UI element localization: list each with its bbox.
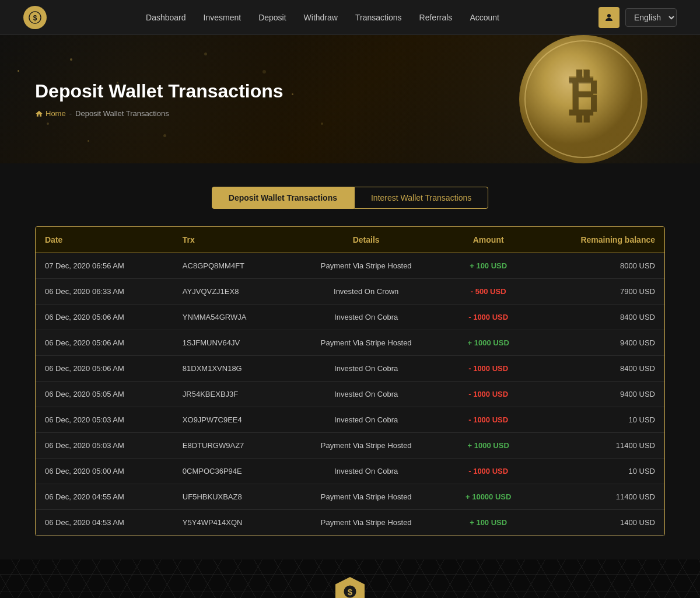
cell-date: 06 Dec, 2020 05:06 AM bbox=[36, 330, 173, 356]
col-amount: Amount bbox=[443, 227, 534, 253]
cell-trx: 81DXM1XVN18G bbox=[173, 356, 289, 382]
col-details: Details bbox=[289, 227, 443, 253]
cell-details: Invested On Cobra bbox=[289, 305, 443, 330]
col-date: Date bbox=[36, 227, 173, 253]
svg-text:$: $ bbox=[348, 587, 353, 597]
tab-deposit-wallet[interactable]: Deposit Wallet Transactions bbox=[212, 187, 354, 209]
cell-amount: - 1000 USD bbox=[443, 407, 534, 433]
cell-amount: - 1000 USD bbox=[443, 305, 534, 330]
cell-details: Invested On Cobra bbox=[289, 407, 443, 433]
cell-balance: 8000 USD bbox=[534, 253, 664, 279]
cell-amount: + 1000 USD bbox=[443, 433, 534, 459]
table-row: 06 Dec, 2020 05:06 AM YNMMA54GRWJA Inves… bbox=[36, 305, 664, 330]
cell-trx: AYJVQVZJ1EX8 bbox=[173, 279, 289, 305]
cell-balance: 10 USD bbox=[534, 459, 664, 484]
cell-balance: 1400 USD bbox=[534, 510, 664, 536]
table-row: 06 Dec, 2020 05:03 AM XO9JPW7C9EE4 Inves… bbox=[36, 407, 664, 433]
brand-icon[interactable]: $ bbox=[23, 6, 47, 29]
cell-details: Invested On Cobra bbox=[289, 382, 443, 407]
navbar: $ Dashboard Invesment Deposit Withdraw T… bbox=[0, 0, 700, 35]
cell-trx: 1SJFMUNV64JV bbox=[173, 330, 289, 356]
cell-amount: + 10000 USD bbox=[443, 484, 534, 510]
footer-background: $ Privacy & Policy | Terms & Condition bbox=[0, 559, 700, 598]
nav-links: Dashboard Invesment Deposit Withdraw Tra… bbox=[146, 13, 499, 22]
cell-amount: - 1000 USD bbox=[443, 356, 534, 382]
cell-date: 06 Dec, 2020 05:00 AM bbox=[36, 459, 173, 484]
table-row: 06 Dec, 2020 05:06 AM 81DXM1XVN18G Inves… bbox=[36, 356, 664, 382]
brand: $ bbox=[23, 6, 47, 29]
nav-right: English bbox=[598, 7, 677, 28]
language-selector[interactable]: English bbox=[625, 8, 677, 27]
nav-transactions[interactable]: Transactions bbox=[355, 13, 402, 22]
table-row: 06 Dec, 2020 05:06 AM 1SJFMUNV64JV Payme… bbox=[36, 330, 664, 356]
table-header-row: Date Trx Details Amount Remaining balanc… bbox=[36, 227, 664, 253]
tab-interest-wallet[interactable]: Interest Wallet Transactions bbox=[354, 187, 488, 209]
cell-amount: - 500 USD bbox=[443, 279, 534, 305]
transactions-table-container: Date Trx Details Amount Remaining balanc… bbox=[35, 226, 665, 536]
cell-date: 06 Dec, 2020 05:03 AM bbox=[36, 407, 173, 433]
cell-balance: 11400 USD bbox=[534, 433, 664, 459]
cell-date: 06 Dec, 2020 05:05 AM bbox=[36, 382, 173, 407]
user-button[interactable] bbox=[598, 7, 620, 28]
cell-amount: + 100 USD bbox=[443, 510, 534, 536]
breadcrumb: Home - Deposit Wallet Transactions bbox=[35, 109, 284, 118]
main-content: Deposit Wallet Transactions Interest Wal… bbox=[0, 163, 700, 559]
cell-date: 06 Dec, 2020 05:03 AM bbox=[36, 433, 173, 459]
nav-investment[interactable]: Invesment bbox=[204, 13, 242, 22]
svg-text:$: $ bbox=[33, 13, 37, 22]
table-row: 06 Dec, 2020 05:05 AM JR54KBEXBJ3F Inves… bbox=[36, 382, 664, 407]
table-row: 06 Dec, 2020 04:53 AM Y5Y4WP414XQN Payme… bbox=[36, 510, 664, 536]
cell-amount: + 100 USD bbox=[443, 253, 534, 279]
cell-trx: Y5Y4WP414XQN bbox=[173, 510, 289, 536]
nav-dashboard[interactable]: Dashboard bbox=[146, 13, 186, 22]
page-title: Deposit Wallet Transactions bbox=[35, 81, 284, 102]
cell-balance: 8400 USD bbox=[534, 305, 664, 330]
cell-date: 06 Dec, 2020 05:06 AM bbox=[36, 305, 173, 330]
cell-amount: - 1000 USD bbox=[443, 459, 534, 484]
nav-deposit[interactable]: Deposit bbox=[258, 13, 286, 22]
cell-trx: XO9JPW7C9EE4 bbox=[173, 407, 289, 433]
bitcoin-illustration: ₿ ₿ bbox=[513, 35, 653, 163]
svg-point-2 bbox=[607, 14, 611, 18]
nav-referrals[interactable]: Referrals bbox=[419, 13, 453, 22]
cell-balance: 7900 USD bbox=[534, 279, 664, 305]
hero-section: Deposit Wallet Transactions Home - Depos… bbox=[0, 35, 700, 163]
breadcrumb-current: Deposit Wallet Transactions bbox=[75, 109, 169, 118]
cell-trx: E8DTURGW9AZ7 bbox=[173, 433, 289, 459]
cell-details: Payment Via Stripe Hosted bbox=[289, 253, 443, 279]
table-row: 06 Dec, 2020 05:00 AM 0CMPOC36P94E Inves… bbox=[36, 459, 664, 484]
cell-details: Payment Via Stripe Hosted bbox=[289, 484, 443, 510]
transactions-table: Date Trx Details Amount Remaining balanc… bbox=[36, 227, 664, 536]
cell-date: 06 Dec, 2020 06:33 AM bbox=[36, 279, 173, 305]
nav-account[interactable]: Account bbox=[470, 13, 499, 22]
cell-details: Invested On Crown bbox=[289, 279, 443, 305]
breadcrumb-home-link[interactable]: Home bbox=[35, 109, 66, 118]
cell-date: 06 Dec, 2020 04:53 AM bbox=[36, 510, 173, 536]
cell-details: Payment Via Stripe Hosted bbox=[289, 510, 443, 536]
cell-balance: 9400 USD bbox=[534, 330, 664, 356]
cell-trx: UF5HBKUXBAZ8 bbox=[173, 484, 289, 510]
cell-amount: - 1000 USD bbox=[443, 382, 534, 407]
cell-amount: + 1000 USD bbox=[443, 330, 534, 356]
cell-date: 07 Dec, 2020 06:56 AM bbox=[36, 253, 173, 279]
table-row: 06 Dec, 2020 04:55 AM UF5HBKUXBAZ8 Payme… bbox=[36, 484, 664, 510]
cell-trx: 0CMPOC36P94E bbox=[173, 459, 289, 484]
svg-text:₿: ₿ bbox=[569, 64, 598, 128]
hero-content: Deposit Wallet Transactions Home - Depos… bbox=[0, 81, 318, 118]
cell-date: 06 Dec, 2020 04:55 AM bbox=[36, 484, 173, 510]
cell-balance: 9400 USD bbox=[534, 382, 664, 407]
tab-row: Deposit Wallet Transactions Interest Wal… bbox=[35, 187, 665, 209]
cell-trx: AC8GPQ8MM4FT bbox=[173, 253, 289, 279]
cell-balance: 10 USD bbox=[534, 407, 664, 433]
col-trx: Trx bbox=[173, 227, 289, 253]
cell-details: Payment Via Stripe Hosted bbox=[289, 433, 443, 459]
cell-trx: YNMMA54GRWJA bbox=[173, 305, 289, 330]
cell-details: Invested On Cobra bbox=[289, 459, 443, 484]
nav-withdraw[interactable]: Withdraw bbox=[304, 13, 338, 22]
cell-trx: JR54KBEXBJ3F bbox=[173, 382, 289, 407]
table-row: 07 Dec, 2020 06:56 AM AC8GPQ8MM4FT Payme… bbox=[36, 253, 664, 279]
table-row: 06 Dec, 2020 05:03 AM E8DTURGW9AZ7 Payme… bbox=[36, 433, 664, 459]
cell-balance: 8400 USD bbox=[534, 356, 664, 382]
cell-balance: 11400 USD bbox=[534, 484, 664, 510]
col-balance: Remaining balance bbox=[534, 227, 664, 253]
